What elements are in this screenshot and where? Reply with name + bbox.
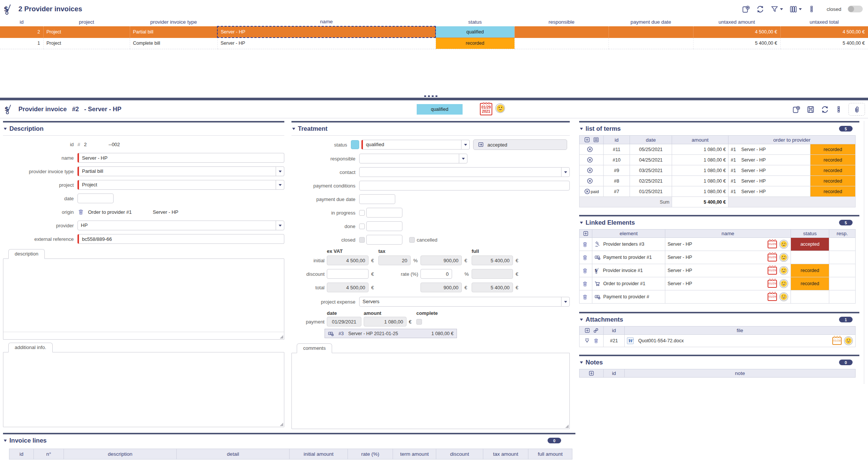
done-checkbox[interactable] [359,224,365,229]
in-progress-date-input[interactable] [366,208,402,218]
terms-section-header[interactable]: list of terms 5 [579,122,859,135]
delete-link-button[interactable] [582,254,590,261]
col-header-type[interactable]: provider invoice type [130,17,217,26]
resize-handle[interactable] [280,335,283,339]
add-attachment-button[interactable] [584,328,590,333]
term-row[interactable]: paid #7 01/25/2021 1 080,00 € #1Server -… [580,186,856,197]
unlink-term-button[interactable] [587,146,593,153]
tab-description[interactable]: description [8,249,45,259]
col-header-payment-due-date[interactable]: payment due date [609,17,693,26]
col-header-untaxed-total[interactable]: untaxed total [780,17,868,26]
term-row[interactable]: #9 03/25/2021 1 080,00 € #1Server - HP r… [580,165,856,176]
delete-link-button[interactable] [582,294,590,300]
col-header-name[interactable]: name [217,17,436,26]
linked-element-link[interactable]: Payment to provider #1 [603,255,652,260]
columns-button[interactable] [789,5,802,13]
tab-additional-info[interactable]: additional info. [8,343,53,352]
closed-toggle[interactable] [848,6,863,12]
linked-element-link[interactable]: Provider tenders #3 [603,242,644,247]
panel-splitter[interactable] [0,98,868,100]
unlink-term-button[interactable] [587,178,593,184]
unlink-term-button[interactable] [587,157,593,163]
link-attachment-button[interactable] [593,328,599,333]
splitter-handle[interactable] [424,95,437,97]
table-row[interactable]: 1 Project Complete bill Server - HP reco… [0,38,868,49]
download-attachment-button[interactable] [584,338,590,344]
term-row[interactable]: #11 05/25/2021 1 080,00 € #1Server - HP … [580,144,856,155]
col-header-id[interactable]: id [0,17,43,26]
origin-link[interactable]: Order to provider #1 [88,209,132,215]
refresh-button[interactable] [756,5,764,13]
linked-section-header[interactable]: Linked Elements 5 [579,216,859,229]
save-button[interactable] [807,106,815,113]
discount-ex-vat-input[interactable] [327,269,369,279]
delete-link-button[interactable] [582,281,590,287]
delete-attachment-button[interactable] [593,338,599,344]
resize-handle[interactable] [565,425,569,428]
table-row-selected[interactable]: 2 Project Partial bill Server - HP quali… [0,26,868,38]
done-date-input[interactable] [366,221,402,231]
col-header-untaxed-amount[interactable]: untaxed amount [693,17,780,26]
generate-terms-button[interactable] [593,137,599,143]
discount-rate-input[interactable] [420,269,452,279]
linked-row[interactable]: Provider invoice #1 Server - HP 01/29 re… [580,264,856,277]
delete-link-button[interactable] [582,268,590,274]
additional-info-editor[interactable] [3,352,284,427]
name-input[interactable] [77,153,284,163]
linked-element-link[interactable]: Provider invoice #1 [603,268,643,273]
linked-element-link[interactable]: Payment to provider # [603,294,649,299]
payment-conditions-input[interactable] [359,181,570,190]
term-row[interactable]: #10 04/25/2021 1 080,00 € #1Server - HP … [580,155,856,165]
delete-link-button[interactable] [582,241,590,248]
unlink-term-button[interactable] [584,188,590,195]
description-editor[interactable] [3,258,284,340]
scroll-track[interactable] [864,121,864,384]
attachment-button[interactable] [848,103,865,116]
add-button[interactable] [792,106,800,113]
provider-invoice-type-select[interactable]: Partial bill [77,166,284,176]
refresh-button[interactable] [821,106,829,113]
filter-button[interactable] [771,5,783,13]
linked-row[interactable]: Order to provider #1 Server - HP 01/29 r… [580,277,856,290]
attachments-section-header[interactable]: Attachments 1 [579,313,859,326]
responsible-select[interactable] [359,154,467,163]
payment-due-date-input[interactable] [359,194,395,204]
contact-select[interactable] [359,167,570,177]
kebab-menu-button[interactable] [835,106,842,113]
date-input[interactable] [77,193,114,203]
external-reference-input[interactable] [77,234,284,244]
resize-handle[interactable] [280,423,283,426]
status-select[interactable]: qualified [361,140,470,150]
linked-element-link[interactable]: Order to provider #1 [603,281,645,286]
payment-link-row[interactable]: #3 Server - HP 2021-01-25 1 080,00 € [325,329,457,338]
transition-accepted-button[interactable]: accepted [473,139,567,150]
status-color-swatch [351,140,359,149]
add-linked-button[interactable] [582,231,590,236]
project-expense-select[interactable]: Servers [359,297,570,307]
in-progress-checkbox[interactable] [359,210,365,216]
description-section-header[interactable]: Description [3,122,284,136]
linked-row[interactable]: Payment to provider # 01/29 [580,290,856,304]
linked-row[interactable]: Payment to provider #1 Server - HP 01/29 [580,251,856,264]
add-term-button[interactable] [584,137,590,143]
attachment-file-link[interactable]: Quot001-554-72.docx [638,338,684,343]
notes-section-header[interactable]: Notes 0 [579,356,859,369]
term-row[interactable]: #8 02/25/2021 1 080,00 € #1Server - HP r… [580,176,856,186]
col-header-responsible[interactable]: responsible [514,17,609,26]
closed-date-input[interactable] [366,235,402,245]
col-header-project[interactable]: project [43,17,130,26]
kebab-menu-button[interactable] [808,6,815,12]
add-note-button[interactable] [582,370,601,376]
remove-origin-button[interactable] [77,209,84,215]
col-header-status[interactable]: status [436,17,514,26]
invoice-lines-section-header[interactable]: Invoice lines 0 [3,434,575,447]
unlink-term-button[interactable] [587,167,593,174]
add-button[interactable] [742,5,750,13]
provider-select[interactable]: HP [77,221,284,230]
treatment-section-header[interactable]: Treatment [291,122,570,136]
project-select[interactable]: Project [77,180,284,190]
comments-editor[interactable] [291,353,570,429]
attachment-row[interactable]: #21 W Quot001-554-72.docx 01/28 [580,335,856,347]
tab-comments[interactable]: comments [297,343,332,353]
linked-row[interactable]: Provider tenders #3 Server - HP 01/29 ac… [580,238,856,251]
